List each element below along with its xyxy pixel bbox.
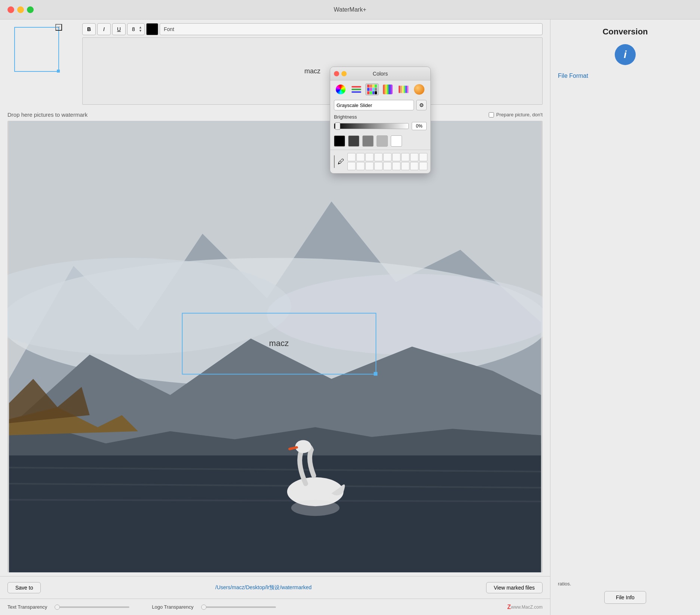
swatch-8[interactable]	[410, 153, 418, 161]
svg-rect-17	[351, 86, 361, 88]
thumbnail-close-button[interactable]: ×	[55, 24, 62, 31]
swatch-10[interactable]	[347, 162, 356, 170]
close-button[interactable]	[7, 6, 14, 13]
swatch-9[interactable]	[419, 153, 427, 161]
swatch-13[interactable]	[374, 162, 383, 170]
italic-button[interactable]: I	[97, 23, 111, 35]
left-panel: × B I U 8 ▲ ▼ Font	[0, 19, 550, 615]
save-to-button[interactable]: Save to	[7, 582, 41, 593]
logo-transparency-slider[interactable]	[201, 606, 276, 608]
swatch-17[interactable]	[410, 162, 418, 170]
swatch-6[interactable]	[392, 153, 400, 161]
brightness-section: Brightness 0%	[330, 112, 430, 132]
svg-point-15	[291, 500, 340, 516]
color-grid-icon	[367, 85, 377, 94]
color-orange-button[interactable]	[412, 83, 426, 95]
watermark-overlay-text: macz	[269, 339, 289, 348]
brightness-label: Brightness	[334, 114, 427, 120]
color-grid-button[interactable]	[365, 83, 379, 95]
titlebar-buttons	[7, 6, 34, 13]
bold-button[interactable]: B	[82, 23, 96, 35]
swatch-11[interactable]	[356, 162, 365, 170]
crayon-icon	[399, 86, 408, 93]
underline-button[interactable]: U	[112, 23, 126, 35]
grayscale-swatch-white[interactable]	[391, 135, 402, 147]
brightness-slider[interactable]	[334, 123, 409, 129]
file-info-button[interactable]: File Info	[604, 591, 646, 604]
swatch-3[interactable]	[365, 153, 374, 161]
macz-z-letter: Z	[507, 604, 511, 611]
eyedropper-button[interactable]: 🖊	[338, 156, 344, 167]
eyedropper-icon: 🖊	[338, 158, 344, 166]
preview-text: macz	[304, 67, 320, 75]
app-title: WaterMark+	[334, 6, 366, 13]
color-sliders-button[interactable]	[350, 83, 363, 95]
brightness-value: 0%	[412, 122, 427, 130]
swatch-16[interactable]	[401, 162, 409, 170]
grayscale-swatch-mid[interactable]	[362, 135, 374, 147]
brightness-thumb[interactable]	[335, 122, 340, 130]
font-size-value: 8	[130, 26, 137, 32]
save-path[interactable]: /Users/macz/Desktop/lr预设/watermarked	[48, 584, 478, 591]
drop-label-text: Drop here pictures to watermark	[7, 111, 88, 118]
font-size-arrows[interactable]: ▲ ▼	[139, 26, 142, 33]
minimize-button[interactable]	[17, 6, 24, 13]
swatch-14[interactable]	[383, 162, 392, 170]
colors-panel-title: Colors	[373, 71, 388, 77]
color-wheel-button[interactable]	[334, 83, 347, 95]
view-marked-button[interactable]: View marked files	[486, 582, 543, 593]
colors-close-button[interactable]	[334, 71, 339, 76]
text-toolbar: B I U 8 ▲ ▼ Font	[82, 23, 543, 35]
colors-minimize-button[interactable]	[341, 71, 347, 76]
text-transparency-label: Text Transparency	[7, 604, 47, 610]
color-swatches-grid	[347, 153, 427, 170]
swatch-7[interactable]	[401, 153, 409, 161]
colors-icons-row	[330, 80, 430, 98]
prepare-checkbox[interactable]	[489, 112, 494, 117]
grayscale-swatch-light[interactable]	[377, 135, 388, 147]
swatch-12[interactable]	[365, 162, 374, 170]
orange-ball-icon	[414, 84, 424, 95]
thumbnail-box[interactable]: ×	[14, 27, 59, 72]
colors-settings-button[interactable]: ⚙	[416, 100, 427, 110]
right-spacer	[558, 85, 693, 580]
logo-transparency-thumb[interactable]	[201, 605, 206, 610]
file-format-link[interactable]: File Format	[558, 73, 693, 79]
spectrum-icon	[383, 85, 393, 94]
watermark-resize-handle[interactable]	[374, 372, 377, 376]
thumbnail-corner-handle[interactable]	[57, 70, 60, 73]
swatch-4[interactable]	[374, 153, 383, 161]
grayscale-swatch-dark[interactable]	[348, 135, 359, 147]
colors-dropdown-row: Grayscale Slider ⚙	[330, 98, 430, 112]
text-editor-section: × B I U 8 ▲ ▼ Font	[0, 19, 550, 111]
colors-panel-titlebar: Colors	[330, 67, 430, 80]
font-label[interactable]: Font	[160, 23, 543, 35]
logo-transparency-label: Logo Transparency	[152, 604, 193, 610]
sliders-bar: Text Transparency Logo Transparency Z ww…	[0, 599, 550, 615]
colors-dropdown[interactable]: Grayscale Slider	[334, 100, 414, 110]
color-spectrum-button[interactable]	[381, 83, 394, 95]
prepare-checkbox-area: Prepare picture, don't	[489, 112, 543, 117]
prepare-label: Prepare picture, don't	[496, 112, 543, 117]
macz-watermark: Z www.MacZ.com	[507, 604, 543, 611]
color-sliders-icon	[351, 85, 361, 94]
font-size-control[interactable]: 8 ▲ ▼	[127, 23, 145, 35]
maximize-button[interactable]	[27, 6, 34, 13]
text-transparency-slider[interactable]	[55, 606, 129, 608]
info-icon: i	[615, 44, 636, 65]
drop-label-row: Drop here pictures to watermark Prepare …	[7, 111, 543, 118]
text-transparency-thumb[interactable]	[55, 605, 60, 610]
image-drop-area[interactable]: macz	[7, 121, 543, 572]
grayscale-swatch-black[interactable]	[334, 135, 345, 147]
swatch-5[interactable]	[383, 153, 392, 161]
swatch-15[interactable]	[392, 162, 400, 170]
swatch-2[interactable]	[356, 153, 365, 161]
svg-rect-18	[351, 89, 361, 90]
selected-color-swatch[interactable]	[334, 155, 335, 168]
colors-bottom: 🖊	[330, 150, 430, 173]
color-swatch[interactable]	[146, 23, 158, 35]
swatch-18[interactable]	[419, 162, 427, 170]
swatch-1[interactable]	[347, 153, 356, 161]
color-crayons-button[interactable]	[397, 83, 410, 95]
watermark-textbox[interactable]: macz	[182, 313, 376, 374]
